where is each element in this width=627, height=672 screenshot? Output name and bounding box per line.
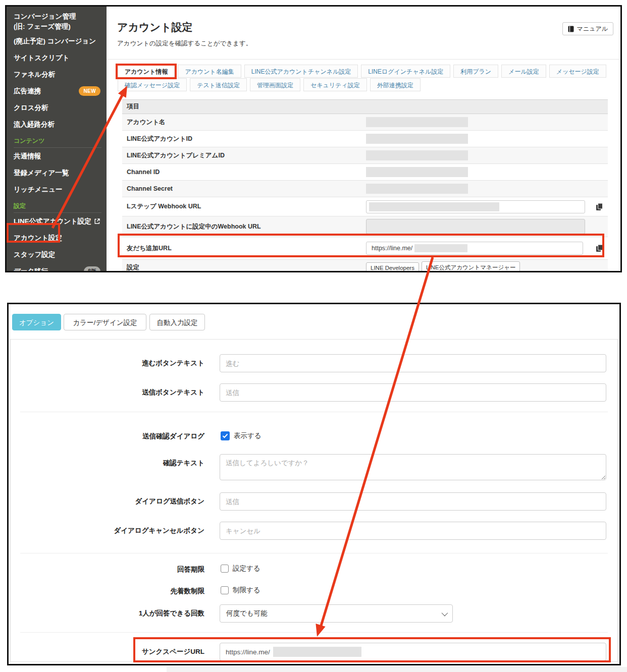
tab-account-name-edit[interactable]: アカウント名編集: [178, 65, 241, 78]
tab-test-send-settings[interactable]: テスト送信設定: [190, 78, 247, 91]
book-icon: [568, 26, 574, 32]
dialog-cancel-button-input[interactable]: [220, 522, 606, 540]
tab-admin-screen-settings[interactable]: 管理画面設定: [250, 78, 300, 91]
redacted-value: [414, 244, 467, 252]
show-dialog-checkbox-label: 表示する: [234, 431, 262, 440]
answer-deadline-label: 回答期限: [9, 565, 204, 574]
tab-usage-plan[interactable]: 利用プラン: [453, 65, 498, 78]
row-label: Channel Secret: [122, 185, 366, 192]
submit-button-text-input[interactable]: [220, 383, 606, 402]
row-label: Channel ID: [122, 169, 366, 176]
row-label: アカウント名: [122, 118, 366, 127]
sidebar: コンバージョン管理 (旧: フェーズ管理) (廃止予定) コンバージョン サイト…: [7, 7, 107, 271]
tab-mail-settings[interactable]: メール設定: [501, 65, 546, 78]
sidebar-item-registered-media-list[interactable]: 登録メディア一覧: [14, 164, 107, 181]
beta-badge: β版: [84, 266, 100, 271]
sidebar-item-label: 共通情報: [14, 152, 41, 161]
tab-option[interactable]: オプション: [12, 314, 61, 330]
table-row-line-official-premium-id: LINE公式アカウントプレミアムID: [122, 147, 608, 164]
account-info-table: 項目 アカウント名 LINE公式アカウントID LINE公式アカウントプレミアム…: [122, 99, 608, 272]
tab-line-login-channel-settings[interactable]: LINEログインチャネル設定: [361, 65, 450, 78]
set-deadline-checkbox[interactable]: [221, 565, 229, 573]
show-dialog-checkbox[interactable]: [221, 431, 230, 440]
account-settings-main: アカウント設定 アカウントの設定を確認することができます。 マニュアル アカウン…: [107, 7, 620, 271]
dialog-submit-button-input[interactable]: [220, 492, 606, 511]
tab-color-design-settings[interactable]: カラー/デザイン設定: [64, 314, 146, 330]
forward-button-text-input[interactable]: [220, 354, 606, 372]
limit-checkbox-label: 制限する: [233, 586, 260, 595]
sidebar-item-common-info[interactable]: 共通情報: [14, 148, 107, 164]
submit-button-text-label: 送信ボタンテキスト: [9, 383, 204, 402]
sidebar-item-site-script[interactable]: サイトスクリプト: [14, 49, 107, 66]
disabled-webhook-input: [366, 219, 585, 234]
sidebar-item-line-official-account-settings[interactable]: LINE公式アカウント設定: [14, 213, 107, 230]
row-label: LINE公式アカウントID: [122, 135, 366, 143]
sidebar-item-label: 広告連携: [14, 87, 79, 96]
answer-count-value: 何度でも可能: [226, 609, 268, 618]
divider: [20, 553, 608, 553]
thanks-page-url-input[interactable]: https://line.me/: [220, 643, 606, 661]
tab-external-integration-settings[interactable]: 外部連携設定: [370, 78, 421, 91]
row-label: Lステップ Webhook URL: [122, 202, 366, 211]
thanks-page-url-label: サンクスページURL: [9, 643, 204, 661]
divider: [20, 632, 608, 633]
url-value: https://line.me/: [369, 245, 414, 252]
sidebar-item-label: ファネル分析: [14, 70, 55, 79]
sidebar-item-label: アカウント設定: [14, 234, 62, 243]
tab-message-settings[interactable]: メッセージ設定: [549, 65, 606, 78]
sidebar-item-inflow-route-analysis[interactable]: 流入経路分析: [14, 116, 107, 133]
dialog-cancel-button-label: ダイアログキャンセルボタン: [9, 522, 204, 540]
sidebar-item-label: (廃止予定) コンバージョン: [14, 37, 96, 46]
row-label: LINE公式アカウントに設定中のWebhook URL: [122, 222, 366, 231]
table-row-lstep-webhook-url: Lステップ Webhook URL: [122, 197, 608, 216]
sidebar-item-ad-integration[interactable]: 広告連携 NEW: [14, 83, 107, 99]
sidebar-item-conversion-management[interactable]: コンバージョン管理 (旧: フェーズ管理): [14, 11, 107, 33]
table-row-settings-links: 設定 LINE Developers LINE公式アカウントマネージャー: [122, 260, 608, 272]
webhook-url-input[interactable]: [366, 200, 585, 213]
sidebar-item-label: クロス分析: [14, 103, 48, 113]
copy-icon[interactable]: [596, 244, 603, 252]
line-official-account-manager-button[interactable]: LINE公式アカウントマネージャー: [422, 261, 520, 272]
sidebar-item-funnel-analysis[interactable]: ファネル分析: [14, 66, 107, 83]
tab-security-settings[interactable]: セキュリティ設定: [303, 78, 367, 91]
page-title: アカウント設定: [117, 20, 192, 34]
table-row-line-official-account-id: LINE公式アカウントID: [122, 131, 608, 147]
sidebar-item-deprecated-conversion[interactable]: (廃止予定) コンバージョン: [14, 33, 107, 49]
chevron-down-icon: [442, 609, 448, 616]
url-value: https://line.me/: [226, 648, 270, 656]
sidebar-item-cross-analysis[interactable]: クロス分析: [14, 99, 107, 116]
sidebar-item-data-migration[interactable]: データ移行 β版: [14, 263, 107, 271]
limit-checkbox[interactable]: [221, 586, 229, 594]
manual-button[interactable]: マニュアル: [562, 22, 613, 35]
confirm-text-textarea[interactable]: [220, 454, 606, 480]
sidebar-item-label: データ移行: [14, 267, 84, 271]
tab-account-info[interactable]: アカウント情報: [118, 65, 175, 78]
redacted-value: [273, 647, 361, 657]
answer-count-label: 1人が回答できる回数: [9, 604, 204, 623]
sidebar-item-rich-menu[interactable]: リッチメニュー: [14, 181, 107, 198]
line-developers-button[interactable]: LINE Developers: [366, 262, 419, 273]
friend-add-url-input[interactable]: https://line.me/: [366, 242, 583, 255]
sidebar-item-label: サイトスクリプト: [14, 53, 70, 63]
sidebar-item-account-settings[interactable]: アカウント設定: [14, 230, 107, 246]
tab-line-official-channel-settings[interactable]: LINE公式アカウントチャンネル設定: [244, 65, 358, 78]
sidebar-item-staff-settings[interactable]: スタッフ設定: [14, 246, 107, 263]
send-confirm-dialog-label: 送信確認ダイアログ: [9, 431, 204, 441]
copy-icon[interactable]: [596, 203, 603, 211]
set-deadline-checkbox-label: 設定する: [233, 564, 260, 573]
external-link-icon: [94, 218, 100, 225]
tab-confirm-message-settings[interactable]: 確認メッセージ設定: [118, 78, 187, 91]
confirm-text-label: 確認テキスト: [9, 454, 204, 472]
first-come-limit-label: 先着数制限: [9, 587, 204, 596]
sidebar-item-sublabel: (旧: フェーズ管理): [14, 22, 100, 32]
row-label: 友だち追加URL: [122, 244, 366, 253]
tab-auto-input-settings[interactable]: 自動入力設定: [149, 314, 205, 330]
sidebar-item-label: スタッフ設定: [14, 250, 55, 259]
sidebar-section-settings: 設定: [14, 198, 101, 213]
answer-count-select[interactable]: 何度でも可能: [220, 604, 453, 623]
sidebar-item-label: リッチメニュー: [14, 185, 62, 194]
sidebar-item-label: LINE公式アカウント設定: [14, 217, 91, 226]
header-divider: [107, 59, 620, 60]
redacted-value: [366, 134, 468, 144]
page-subtitle: アカウントの設定を確認することができます。: [117, 39, 252, 48]
